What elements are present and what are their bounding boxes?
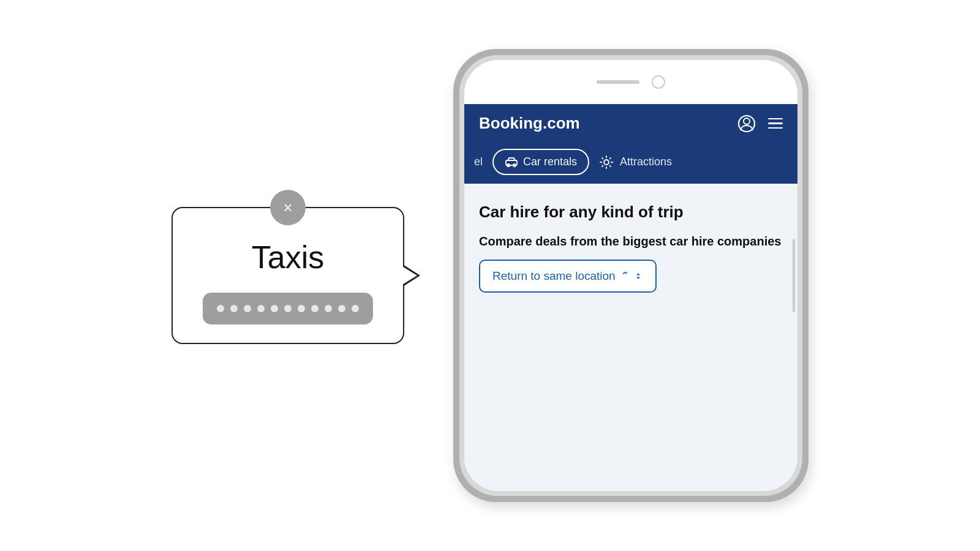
- svg-point-5: [604, 160, 609, 165]
- dot-2: [230, 305, 238, 312]
- tooltip-box: × Taxis: [172, 207, 404, 344]
- dot-11: [352, 305, 359, 312]
- return-to-same-location-button[interactable]: Return to same location ⌃̈: [479, 260, 657, 293]
- phone-outer-shell: Booking.com: [453, 49, 809, 502]
- phone-camera: [652, 75, 665, 89]
- car-rentals-label: Car rentals: [523, 156, 577, 168]
- nav-tabs: el Car rentals: [464, 143, 797, 184]
- booking-header: Booking.com: [464, 104, 797, 143]
- phone-speaker: [597, 80, 639, 84]
- phone-scrollbar: [793, 239, 795, 312]
- attractions-icon: [599, 155, 614, 170]
- phone-mockup: Booking.com: [453, 49, 809, 502]
- phone-screen: Booking.com: [464, 104, 797, 491]
- dot-7: [298, 305, 305, 312]
- dot-5: [271, 305, 278, 312]
- header-icons: [737, 114, 783, 133]
- close-icon: ×: [283, 200, 292, 216]
- taxis-label: Taxis: [252, 239, 324, 276]
- hamburger-line-1: [768, 118, 783, 120]
- hamburger-line-2: [768, 122, 783, 124]
- scene: × Taxis: [0, 0, 980, 551]
- dot-3: [244, 305, 251, 312]
- phone-screen-outer: Booking.com: [464, 60, 797, 491]
- return-button-label: Return to same location: [492, 269, 616, 283]
- chevron-updown-icon: ⌃̈: [620, 270, 628, 282]
- password-dots-bar: [203, 293, 373, 324]
- tooltip-bubble: Taxis: [172, 207, 404, 344]
- dot-8: [311, 305, 318, 312]
- svg-point-1: [744, 118, 750, 124]
- dot-1: [217, 305, 224, 312]
- partial-tab-label: el: [474, 156, 483, 168]
- car-rentals-tab[interactable]: Car rentals: [492, 149, 589, 175]
- user-icon[interactable]: [737, 114, 756, 133]
- attractions-label: Attractions: [620, 156, 672, 168]
- dot-9: [325, 305, 332, 312]
- phone-bezel-top: [464, 60, 797, 104]
- phone-inner-shell: Booking.com: [459, 55, 802, 496]
- hamburger-menu-icon[interactable]: [768, 118, 783, 129]
- screen-content: Car hire for any kind of trip Compare de…: [464, 184, 797, 491]
- close-button[interactable]: ×: [270, 190, 306, 225]
- dot-6: [284, 305, 292, 312]
- car-icon: [505, 157, 518, 167]
- content-title: Car hire for any kind of trip: [479, 202, 783, 223]
- dot-4: [257, 305, 265, 312]
- sort-icon: [633, 271, 643, 281]
- content-subtitle: Compare deals from the biggest car hire …: [479, 233, 783, 250]
- booking-logo: Booking.com: [479, 114, 580, 133]
- hamburger-line-3: [768, 127, 783, 129]
- dot-10: [338, 305, 345, 312]
- attractions-tab[interactable]: Attractions: [599, 155, 672, 170]
